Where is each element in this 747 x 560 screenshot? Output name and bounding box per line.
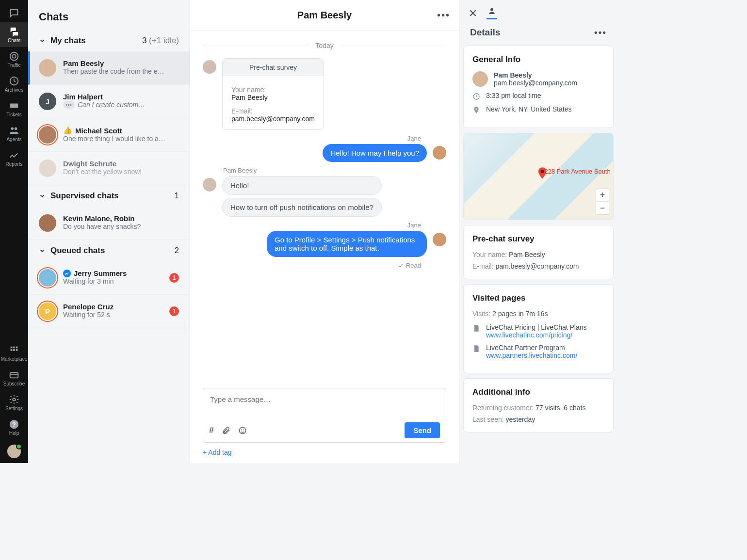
section-count: 2 <box>175 246 179 256</box>
svg-text:?: ? <box>12 421 16 428</box>
avatar <box>433 233 446 246</box>
section-my-chats[interactable]: My chats 3 (+1 idle) <box>28 30 190 51</box>
chat-item[interactable]: JJim Halpert•••Can I create custom… <box>28 85 190 118</box>
nav-settings[interactable]: Settings <box>0 390 28 415</box>
logo-icon[interactable] <box>0 4 28 22</box>
nav-rail: Chats Traffic Archives Tickets Agents Re… <box>0 0 28 463</box>
info-value: yesterday <box>506 416 536 423</box>
zoom-out-button[interactable]: − <box>596 202 609 214</box>
svg-point-20 <box>490 8 493 11</box>
svg-rect-8 <box>16 347 18 349</box>
details-panel: Details••• General Info Pam Beesly pam.b… <box>459 0 617 463</box>
section-label: Supervised chats <box>50 191 119 201</box>
svg-rect-13 <box>10 374 18 375</box>
unread-badge: 1 <box>169 273 179 283</box>
section-count: 3 (+1 idle) <box>142 36 179 46</box>
message-input[interactable] <box>203 388 446 418</box>
svg-rect-12 <box>10 372 18 378</box>
nav-tickets[interactable]: Tickets <box>0 96 28 121</box>
message-in: Hello! <box>222 176 382 195</box>
location-map[interactable]: 228 Park Avenue South + − <box>463 133 614 220</box>
nav-label: Traffic <box>7 63 20 68</box>
svg-point-5 <box>15 128 17 130</box>
survey-value: Pam Beesly <box>509 251 545 258</box>
nav-label: Marketplace <box>1 356 27 362</box>
card-title: General Info <box>472 55 604 64</box>
chat-item[interactable]: Kevin Malone, RobinDo you have any snack… <box>28 207 190 240</box>
survey-label: E-mail: <box>231 107 315 115</box>
nav-reports[interactable]: Reports <box>0 146 28 171</box>
visited-page: LiveChat Pricing | LiveChat Planswww.liv… <box>472 323 604 339</box>
message-author: Jane <box>203 135 421 142</box>
close-icon[interactable] <box>468 8 478 18</box>
avatar: P <box>39 303 56 320</box>
visits-label: Visits: <box>472 310 490 318</box>
emoji-icon[interactable] <box>238 426 247 435</box>
visits-value: 2 pages in 7m 16s <box>492 310 548 318</box>
check-icon <box>397 262 404 269</box>
avatar <box>39 214 56 232</box>
add-tag-link[interactable]: + Add tag <box>190 446 459 463</box>
message-out: Hello! How may I help you? <box>323 144 427 162</box>
visited-page: LiveChat Partner Programwww.partners.liv… <box>472 344 604 359</box>
section-queued-chats[interactable]: Queued chats 2 <box>28 240 190 261</box>
nav-label: Reports <box>5 161 22 167</box>
nav-label: Chats <box>8 38 20 43</box>
nav-subscribe[interactable]: Subscribe <box>0 366 28 390</box>
visited-page-title: LiveChat Partner Program <box>486 344 604 352</box>
nav-marketplace[interactable]: Marketplace <box>0 341 28 366</box>
chat-name: Penelope Cruz <box>63 303 162 311</box>
chat-item[interactable]: PPenelope CruzWaiting for 52 s1 <box>28 295 190 328</box>
nav-label: Tickets <box>6 112 21 117</box>
chat-preview: •••Can I create custom… <box>63 101 165 109</box>
visited-page-url[interactable]: www.partners.livechatinc.com/ <box>486 352 604 359</box>
location-text: New York, NY, United States <box>486 105 571 113</box>
chat-name: Jerry Summers <box>63 269 162 277</box>
chat-preview: Then paste the code from the e… <box>63 67 165 75</box>
nav-label: Subscribe <box>3 381 25 386</box>
chat-item[interactable]: Dwight SchruteDon't eat the yellow snow! <box>28 152 190 185</box>
svg-rect-7 <box>13 347 15 349</box>
conversation-panel: Pam Beesly ••• Today Pre-chat survey You… <box>190 0 459 463</box>
details-title: Details••• <box>459 23 617 46</box>
chat-item[interactable]: 👍Michael ScottOne more thing I would lik… <box>28 118 190 152</box>
page-icon <box>472 324 480 332</box>
svg-point-17 <box>239 427 246 434</box>
avatar <box>39 160 56 177</box>
svg-point-0 <box>10 52 18 61</box>
typing-icon: ••• <box>63 101 75 109</box>
hash-icon[interactable]: # <box>209 425 214 435</box>
paperclip-icon[interactable] <box>222 426 230 435</box>
additional-info-card: Additional info Returning customer: 77 v… <box>463 378 614 432</box>
chat-preview: Do you have any snacks? <box>63 223 165 230</box>
chat-item[interactable]: Jerry SummersWaiting for 3 min1 <box>28 261 190 295</box>
avatar <box>472 71 488 87</box>
page-icon <box>472 345 480 352</box>
messenger-icon <box>63 270 71 277</box>
nav-chats[interactable]: Chats <box>0 22 28 47</box>
nav-help[interactable]: ? Help <box>0 415 28 440</box>
nav-traffic[interactable]: Traffic <box>0 47 28 72</box>
visited-page-url[interactable]: www.livechatinc.com/pricing/ <box>486 331 604 339</box>
pre-chat-survey-card: Pre-chat survey Your name: Pam Beesly E-… <box>463 225 614 279</box>
send-button[interactable]: Send <box>405 422 440 438</box>
thumbs-up-icon: 👍 <box>63 126 72 135</box>
avatar <box>39 126 56 144</box>
info-value: 77 visits, 6 chats <box>536 404 586 412</box>
zoom-in-button[interactable]: + <box>596 189 609 202</box>
nav-label: Settings <box>5 406 23 411</box>
more-icon[interactable]: ••• <box>437 10 450 21</box>
nav-archives[interactable]: Archives <box>0 72 28 96</box>
visited-page-title: LiveChat Pricing | LiveChat Plans <box>486 323 604 331</box>
svg-rect-10 <box>13 349 15 351</box>
user-tab-icon[interactable] <box>487 7 497 19</box>
map-pin-label: 228 Park Avenue South <box>544 168 610 175</box>
chat-preview: Waiting for 52 s <box>63 311 162 319</box>
card-title: Pre-chat survey <box>472 234 604 244</box>
avatar: J <box>39 93 56 110</box>
more-icon[interactable]: ••• <box>594 27 607 38</box>
section-supervised-chats[interactable]: Supervised chats 1 <box>28 185 190 207</box>
nav-agents[interactable]: Agents <box>0 121 28 146</box>
chat-item[interactable]: Pam BeeslyThen paste the code from the e… <box>28 51 190 85</box>
current-user-avatar[interactable] <box>7 445 21 458</box>
